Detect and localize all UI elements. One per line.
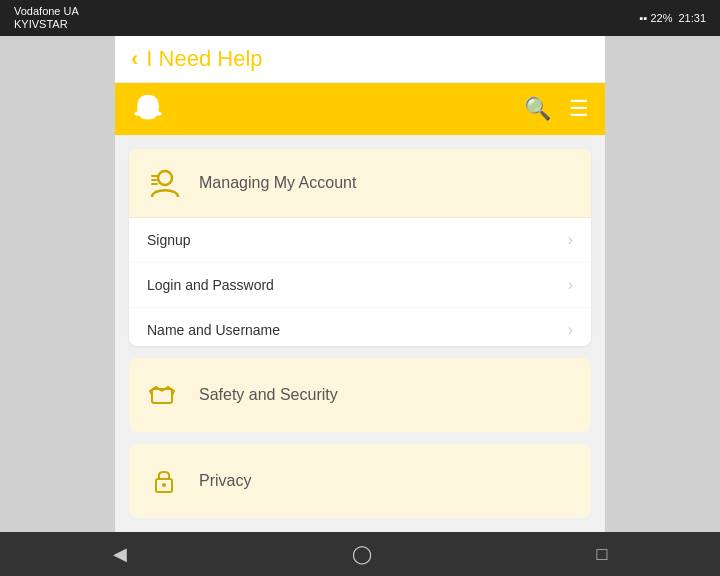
svg-point-6 bbox=[162, 483, 166, 487]
svg-point-0 bbox=[158, 171, 172, 185]
managing-account-title: Managing My Account bbox=[199, 174, 356, 192]
privacy-icon bbox=[145, 462, 183, 500]
status-carrier: Vodafone UA KYIVSTAR bbox=[14, 5, 79, 31]
safety-icon bbox=[145, 376, 183, 414]
safety-security-title: Safety and Security bbox=[199, 386, 338, 404]
menu-icon[interactable]: ☰ bbox=[569, 96, 589, 122]
status-right: ▪▪ 22% 21:31 bbox=[640, 12, 706, 24]
phone-frame: ‹ I Need Help 🔍 ☰ bbox=[115, 36, 605, 532]
nav-home-button[interactable]: ◯ bbox=[352, 543, 372, 565]
list-item[interactable]: Login and Password › bbox=[129, 263, 591, 308]
svg-rect-4 bbox=[152, 389, 172, 403]
header-icons: 🔍 ☰ bbox=[524, 96, 589, 122]
safety-security-card[interactable]: Safety and Security bbox=[129, 358, 591, 432]
svg-rect-1 bbox=[151, 175, 159, 177]
search-icon[interactable]: 🔍 bbox=[524, 96, 551, 122]
item-label: Login and Password bbox=[147, 277, 274, 293]
account-icon bbox=[145, 163, 185, 203]
managing-account-header: Managing My Account bbox=[129, 149, 591, 218]
yellow-header: 🔍 ☰ bbox=[115, 83, 605, 135]
nav-recents-button[interactable]: □ bbox=[597, 544, 608, 565]
back-arrow-icon[interactable]: ‹ bbox=[131, 46, 138, 72]
privacy-card[interactable]: Privacy bbox=[129, 444, 591, 518]
list-item[interactable]: Signup › bbox=[129, 218, 591, 263]
back-bar: ‹ I Need Help bbox=[115, 36, 605, 83]
privacy-title: Privacy bbox=[199, 472, 251, 490]
chevron-right-icon: › bbox=[568, 231, 573, 249]
list-item[interactable]: Name and Username › bbox=[129, 308, 591, 346]
chevron-right-icon: › bbox=[568, 321, 573, 339]
svg-rect-3 bbox=[151, 183, 158, 185]
svg-rect-2 bbox=[151, 179, 157, 181]
nav-back-button[interactable]: ◀ bbox=[113, 543, 127, 565]
time-display: 21:31 bbox=[678, 12, 706, 24]
managing-account-section: Managing My Account Signup › Login and P… bbox=[129, 149, 591, 346]
item-label: Signup bbox=[147, 232, 191, 248]
item-label: Name and Username bbox=[147, 322, 280, 338]
snapchat-logo[interactable] bbox=[131, 93, 163, 125]
nav-bar: ◀ ◯ □ bbox=[0, 532, 720, 576]
content-area: Managing My Account Signup › Login and P… bbox=[115, 135, 605, 532]
page-title: I Need Help bbox=[146, 46, 262, 72]
battery-icon: ▪▪ 22% bbox=[640, 12, 673, 24]
status-bar: Vodafone UA KYIVSTAR ▪▪ 22% 21:31 bbox=[0, 0, 720, 36]
chevron-right-icon: › bbox=[568, 276, 573, 294]
